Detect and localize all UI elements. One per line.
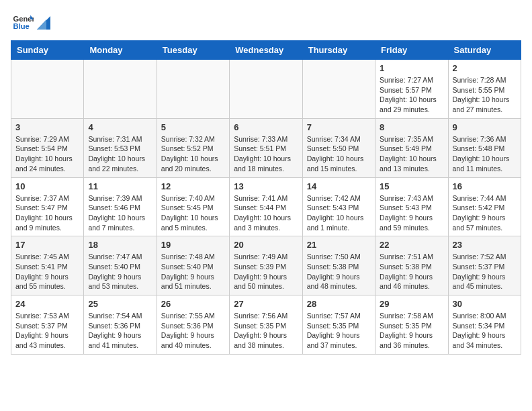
calendar-cell: 29Sunrise: 7:58 AMSunset: 5:35 PMDayligh… (375, 295, 448, 355)
day-number: 30 (453, 299, 517, 309)
calendar-cell: 14Sunrise: 7:42 AMSunset: 5:43 PMDayligh… (302, 177, 375, 236)
day-number: 2 (453, 63, 517, 73)
day-number: 29 (380, 299, 443, 309)
day-info: Sunrise: 7:28 AMSunset: 5:55 PMDaylight:… (453, 75, 517, 115)
calendar-cell: 6Sunrise: 7:33 AMSunset: 5:51 PMDaylight… (230, 118, 302, 177)
day-info: Sunrise: 7:33 AMSunset: 5:51 PMDaylight:… (234, 134, 298, 174)
day-number: 27 (234, 299, 298, 309)
calendar-cell (302, 60, 375, 119)
calendar-cell: 16Sunrise: 7:44 AMSunset: 5:42 PMDayligh… (448, 177, 521, 236)
day-info: Sunrise: 7:29 AMSunset: 5:54 PMDaylight:… (15, 134, 79, 174)
calendar-cell: 26Sunrise: 7:55 AMSunset: 5:36 PMDayligh… (157, 295, 229, 355)
weekday-header-monday: Monday (84, 41, 157, 60)
weekday-header-sunday: Sunday (11, 41, 84, 60)
day-number: 4 (88, 122, 152, 132)
day-info: Sunrise: 7:57 AMSunset: 5:35 PMDaylight:… (307, 311, 371, 351)
day-number: 18 (88, 240, 152, 250)
calendar-cell: 28Sunrise: 7:57 AMSunset: 5:35 PMDayligh… (302, 295, 375, 355)
weekday-header-thursday: Thursday (302, 41, 375, 60)
calendar-cell: 18Sunrise: 7:47 AMSunset: 5:40 PMDayligh… (84, 236, 157, 295)
calendar-cell (11, 60, 84, 119)
calendar-cell: 24Sunrise: 7:53 AMSunset: 5:37 PMDayligh… (11, 295, 84, 355)
day-number: 25 (88, 299, 152, 309)
calendar-cell: 25Sunrise: 7:54 AMSunset: 5:36 PMDayligh… (84, 295, 157, 355)
calendar-cell: 12Sunrise: 7:40 AMSunset: 5:45 PMDayligh… (157, 177, 229, 236)
day-info: Sunrise: 7:37 AMSunset: 5:47 PMDaylight:… (15, 193, 79, 233)
day-info: Sunrise: 7:51 AMSunset: 5:38 PMDaylight:… (380, 252, 443, 291)
logo-icon: General Blue (12, 11, 34, 32)
day-number: 17 (15, 240, 79, 250)
day-info: Sunrise: 7:34 AMSunset: 5:50 PMDaylight:… (307, 134, 371, 174)
day-info: Sunrise: 7:27 AMSunset: 5:57 PMDaylight:… (380, 75, 443, 115)
weekday-header-friday: Friday (375, 41, 448, 60)
calendar-cell: 11Sunrise: 7:39 AMSunset: 5:46 PMDayligh… (84, 177, 157, 236)
day-info: Sunrise: 7:56 AMSunset: 5:35 PMDaylight:… (234, 311, 298, 351)
day-info: Sunrise: 7:50 AMSunset: 5:38 PMDaylight:… (307, 252, 371, 291)
day-info: Sunrise: 7:54 AMSunset: 5:36 PMDaylight:… (88, 311, 152, 351)
day-info: Sunrise: 7:41 AMSunset: 5:44 PMDaylight:… (234, 193, 298, 233)
calendar-week-2: 3Sunrise: 7:29 AMSunset: 5:54 PMDaylight… (11, 118, 521, 177)
calendar-week-5: 24Sunrise: 7:53 AMSunset: 5:37 PMDayligh… (11, 295, 521, 355)
day-info: Sunrise: 7:48 AMSunset: 5:40 PMDaylight:… (161, 252, 225, 291)
calendar-cell (157, 60, 229, 119)
day-number: 16 (453, 181, 517, 191)
calendar-cell: 3Sunrise: 7:29 AMSunset: 5:54 PMDaylight… (11, 118, 84, 177)
day-number: 5 (161, 122, 225, 132)
day-number: 9 (453, 122, 517, 132)
day-info: Sunrise: 7:47 AMSunset: 5:40 PMDaylight:… (88, 252, 152, 291)
page-header: General Blue (11, 11, 521, 32)
day-number: 26 (161, 299, 225, 309)
day-info: Sunrise: 7:36 AMSunset: 5:48 PMDaylight:… (453, 134, 517, 174)
day-number: 15 (380, 181, 443, 191)
calendar-cell: 7Sunrise: 7:34 AMSunset: 5:50 PMDaylight… (302, 118, 375, 177)
day-number: 13 (234, 181, 298, 191)
day-info: Sunrise: 7:42 AMSunset: 5:43 PMDaylight:… (307, 193, 371, 233)
day-number: 20 (234, 240, 298, 250)
day-number: 23 (453, 240, 517, 250)
day-number: 28 (307, 299, 371, 309)
weekday-header-wednesday: Wednesday (230, 41, 302, 60)
day-info: Sunrise: 7:55 AMSunset: 5:36 PMDaylight:… (161, 311, 225, 351)
day-number: 22 (380, 240, 443, 250)
day-number: 19 (161, 240, 225, 250)
svg-marker-4 (37, 19, 46, 30)
day-info: Sunrise: 7:53 AMSunset: 5:37 PMDaylight:… (15, 311, 79, 351)
day-number: 10 (15, 181, 79, 191)
day-number: 11 (88, 181, 152, 191)
day-info: Sunrise: 7:31 AMSunset: 5:53 PMDaylight:… (88, 134, 152, 174)
calendar-cell (84, 60, 157, 119)
calendar-cell: 22Sunrise: 7:51 AMSunset: 5:38 PMDayligh… (375, 236, 448, 295)
calendar-cell: 5Sunrise: 7:32 AMSunset: 5:52 PMDaylight… (157, 118, 229, 177)
calendar-cell: 23Sunrise: 7:52 AMSunset: 5:37 PMDayligh… (448, 236, 521, 295)
calendar-cell: 15Sunrise: 7:43 AMSunset: 5:43 PMDayligh… (375, 177, 448, 236)
calendar-cell: 4Sunrise: 7:31 AMSunset: 5:53 PMDaylight… (84, 118, 157, 177)
day-number: 21 (307, 240, 371, 250)
day-number: 14 (307, 181, 371, 191)
day-number: 3 (15, 122, 79, 132)
calendar-cell: 17Sunrise: 7:45 AMSunset: 5:41 PMDayligh… (11, 236, 84, 295)
day-number: 7 (307, 122, 371, 132)
calendar-week-3: 10Sunrise: 7:37 AMSunset: 5:47 PMDayligh… (11, 177, 521, 236)
calendar-week-1: 1Sunrise: 7:27 AMSunset: 5:57 PMDaylight… (11, 60, 521, 119)
calendar-cell: 9Sunrise: 7:36 AMSunset: 5:48 PMDaylight… (448, 118, 521, 177)
day-info: Sunrise: 7:44 AMSunset: 5:42 PMDaylight:… (453, 193, 517, 233)
calendar-header-row: SundayMondayTuesdayWednesdayThursdayFrid… (11, 41, 521, 60)
calendar-cell: 30Sunrise: 8:00 AMSunset: 5:34 PMDayligh… (448, 295, 521, 355)
calendar-cell: 21Sunrise: 7:50 AMSunset: 5:38 PMDayligh… (302, 236, 375, 295)
day-number: 1 (380, 63, 443, 73)
day-info: Sunrise: 7:45 AMSunset: 5:41 PMDaylight:… (15, 252, 79, 291)
day-number: 6 (234, 122, 298, 132)
calendar-cell: 1Sunrise: 7:27 AMSunset: 5:57 PMDaylight… (375, 60, 448, 119)
day-info: Sunrise: 8:00 AMSunset: 5:34 PMDaylight:… (453, 311, 517, 351)
day-info: Sunrise: 7:35 AMSunset: 5:49 PMDaylight:… (380, 134, 443, 174)
calendar-cell: 27Sunrise: 7:56 AMSunset: 5:35 PMDayligh… (230, 295, 302, 355)
calendar-cell: 8Sunrise: 7:35 AMSunset: 5:49 PMDaylight… (375, 118, 448, 177)
day-info: Sunrise: 7:49 AMSunset: 5:39 PMDaylight:… (234, 252, 298, 291)
svg-text:Blue: Blue (13, 22, 30, 30)
calendar-week-4: 17Sunrise: 7:45 AMSunset: 5:41 PMDayligh… (11, 236, 521, 295)
calendar-cell: 19Sunrise: 7:48 AMSunset: 5:40 PMDayligh… (157, 236, 229, 295)
day-info: Sunrise: 7:40 AMSunset: 5:45 PMDaylight:… (161, 193, 225, 233)
day-number: 24 (15, 299, 79, 309)
day-info: Sunrise: 7:32 AMSunset: 5:52 PMDaylight:… (161, 134, 225, 174)
day-info: Sunrise: 7:52 AMSunset: 5:37 PMDaylight:… (453, 252, 517, 291)
